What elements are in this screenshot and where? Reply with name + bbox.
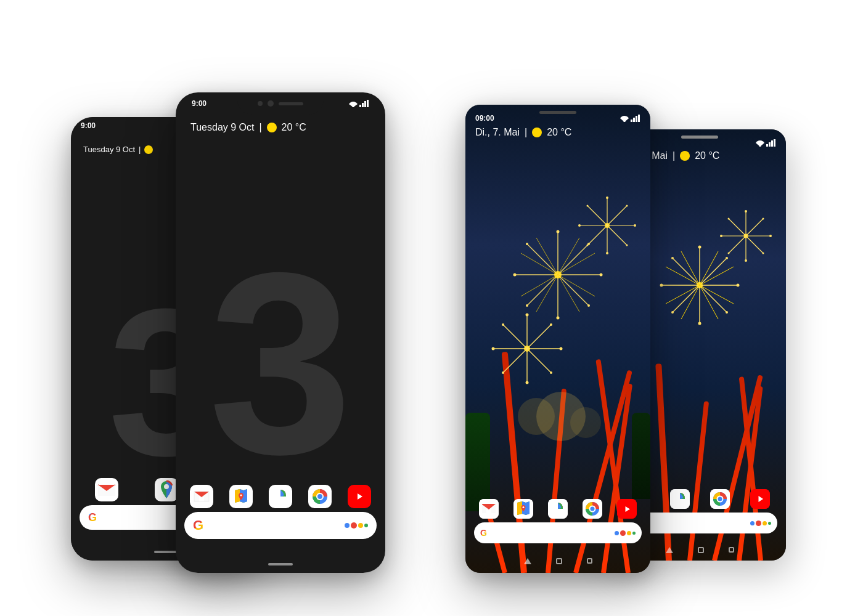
svg-point-148 (745, 210, 747, 213)
svg-rect-11 (359, 105, 361, 107)
pixel3xl-front-date: Tuesday 9 Oct | 20 °C (190, 122, 306, 133)
assistant-icon-front (345, 522, 368, 529)
p3a-chrome[interactable] (583, 499, 602, 519)
svg-rect-33 (638, 115, 640, 122)
pixel3a-front-date: Di., 7. Mai | 20 °C (475, 127, 571, 138)
p3a-google-g: G (480, 528, 487, 538)
svg-point-90 (502, 371, 504, 374)
p3a-gmail[interactable] (479, 499, 499, 519)
front-search-bar[interactable]: G (184, 512, 377, 539)
front-status-icons (349, 100, 375, 107)
maps-icon-front[interactable] (229, 485, 253, 508)
p3a-youtube[interactable] (617, 499, 637, 519)
svg-point-58 (526, 243, 528, 245)
svg-line-147 (729, 219, 746, 236)
p3a-assistant (615, 530, 636, 536)
home-nav-btn[interactable] (556, 558, 562, 564)
svg-point-21 (240, 495, 242, 496)
back2-nav-btn[interactable] (666, 547, 673, 553)
svg-line-61 (607, 206, 627, 225)
front-time: 9:00 (186, 99, 207, 108)
svg-point-91 (492, 347, 495, 351)
recents-nav-btn[interactable] (587, 558, 592, 564)
svg-point-8 (164, 484, 169, 489)
gmail-icon-front[interactable] (190, 485, 213, 508)
svg-line-78 (527, 325, 551, 349)
svg-point-152 (745, 259, 747, 262)
pixel3a-front-dock: G (465, 499, 650, 543)
youtube-icon-front[interactable] (348, 485, 371, 508)
svg-point-137 (660, 284, 663, 287)
svg-line-67 (587, 206, 607, 225)
svg-line-120 (673, 285, 700, 312)
svg-point-53 (600, 274, 603, 277)
p3a-front-app-row (474, 499, 642, 519)
svg-rect-13 (364, 101, 366, 107)
svg-rect-31 (633, 118, 635, 122)
svg-point-89 (526, 381, 529, 384)
recents2-nav-btn[interactable] (729, 547, 734, 553)
right-phone-group: 09:00 (428, 43, 811, 573)
svg-point-135 (698, 322, 701, 325)
pixel3xl-front: 9:00 (176, 92, 385, 573)
notch-camera-right (268, 100, 274, 107)
p3a-back-chrome[interactable] (710, 489, 730, 509)
svg-point-92 (502, 323, 504, 326)
back-time: 9:00 (81, 121, 96, 130)
photos-icon-front[interactable] (269, 485, 292, 508)
svg-point-133 (737, 284, 740, 287)
svg-point-106 (591, 507, 595, 511)
svg-point-56 (526, 304, 528, 307)
svg-line-84 (503, 325, 527, 349)
front-app-row (184, 485, 377, 508)
svg-rect-30 (631, 120, 632, 122)
svg-point-101 (523, 506, 525, 508)
notch-camera-left (258, 101, 263, 106)
p3a-back-weather: 20 °C (695, 150, 719, 161)
front-home-indicator (268, 563, 293, 565)
svg-rect-12 (362, 103, 364, 107)
chrome-icon-front[interactable] (308, 485, 332, 508)
svg-point-150 (769, 235, 772, 237)
svg-point-134 (726, 311, 728, 314)
p3a-back-sep: | (673, 150, 675, 161)
svg-point-136 (671, 311, 674, 314)
svg-rect-110 (766, 144, 768, 147)
svg-point-72 (606, 252, 608, 254)
svg-point-51 (557, 230, 560, 233)
back-weather-sun (144, 145, 153, 154)
p3a-photos[interactable] (548, 499, 568, 519)
svg-point-69 (626, 205, 628, 207)
svg-point-54 (587, 304, 590, 307)
svg-point-154 (720, 235, 722, 237)
front-signal-icon (359, 100, 369, 107)
back-nav-btn[interactable] (524, 558, 531, 564)
svg-point-85 (526, 314, 529, 317)
back-date-text: Tuesday 9 Oct (83, 145, 135, 154)
p3a-front-date-text: Di., 7. Mai (475, 127, 520, 138)
svg-point-71 (626, 245, 628, 246)
scene: 9:00 ▾ Tuesday 9 Oct (0, 0, 863, 616)
gmail-icon-back[interactable] (95, 478, 118, 501)
p3a-wifi-icon (620, 115, 629, 122)
p3a-maps[interactable] (513, 499, 533, 519)
notch-speaker (279, 102, 303, 105)
svg-rect-32 (636, 116, 637, 122)
google-g-front: G (193, 517, 203, 533)
p3a-back-photos[interactable] (670, 489, 690, 509)
maps-icon-back[interactable] (155, 478, 178, 501)
pixel3a-front-screen: 09:00 (465, 105, 650, 573)
home2-nav-btn[interactable] (698, 547, 704, 553)
svg-point-149 (763, 218, 764, 220)
tree-silhouettes (465, 413, 650, 511)
svg-point-86 (550, 323, 552, 326)
svg-point-155 (728, 218, 730, 220)
svg-point-165 (718, 497, 722, 501)
pixel3xl-notch (237, 92, 324, 115)
p3a-front-search[interactable]: G (474, 522, 642, 543)
svg-point-138 (671, 257, 674, 259)
svg-point-87 (560, 347, 563, 351)
back-date-line: Tuesday 9 Oct | (83, 145, 153, 154)
svg-rect-14 (367, 100, 369, 107)
p3a-back-youtube[interactable] (750, 489, 770, 509)
